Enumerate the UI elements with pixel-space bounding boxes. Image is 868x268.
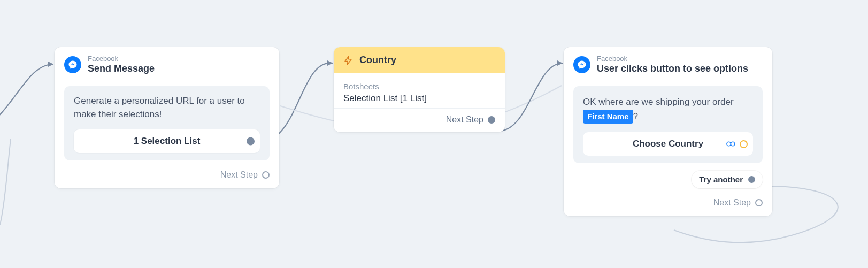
next-step-port[interactable] [262, 171, 270, 179]
svg-point-4 [731, 142, 735, 147]
messenger-icon [64, 56, 81, 73]
output-port[interactable] [748, 176, 755, 183]
next-step-port[interactable] [488, 116, 495, 124]
try-another-chip[interactable]: Try another [692, 171, 763, 188]
provider-label: Botsheets [343, 82, 495, 91]
ring-icon [740, 140, 748, 148]
svg-marker-1 [327, 60, 333, 66]
message-preview[interactable]: Generate a personalized URL for a user t… [64, 86, 270, 160]
selection-list-label: 1 Selection List [134, 136, 201, 147]
cta-pill[interactable]: Choose Country [583, 132, 753, 156]
next-step-label: Next Step [220, 170, 258, 180]
output-port[interactable] [247, 137, 255, 146]
next-step-label: Next Step [446, 115, 483, 125]
node-country[interactable]: Country Botsheets Selection List [1 List… [334, 47, 505, 132]
prompt-text: OK where are we shipping your order [583, 97, 734, 107]
cta-label: Choose Country [633, 139, 703, 149]
next-step-row: Next Step [334, 108, 505, 132]
next-step-row: Next Step [564, 188, 772, 216]
node-body: Botsheets Selection List [1 List] [334, 73, 505, 108]
node-eyebrow: Facebook [88, 55, 155, 63]
node-header: Facebook Send Message [55, 47, 279, 80]
next-step-row: Next Step [55, 160, 279, 188]
link-icon [726, 140, 736, 148]
node-user-clicks[interactable]: Facebook User clicks button to see optio… [564, 47, 772, 216]
messenger-icon [573, 56, 590, 73]
message-text: Generate a personalized URL for a user t… [74, 95, 260, 121]
selection-list-pill[interactable]: 1 Selection List [74, 129, 260, 153]
message-text: OK where are we shipping your order Firs… [583, 95, 753, 124]
node-header: Country [334, 47, 505, 73]
try-another-label: Try another [699, 175, 743, 184]
node-title: Send Message [88, 63, 155, 74]
svg-marker-2 [557, 60, 563, 66]
svg-point-3 [727, 142, 731, 147]
action-summary: Selection List [1 List] [343, 93, 495, 104]
flow-canvas[interactable]: Facebook Send Message Generate a persona… [0, 0, 868, 268]
variable-chip[interactable]: First Name [583, 110, 633, 124]
prompt-suffix: ? [633, 111, 638, 121]
node-send-message[interactable]: Facebook Send Message Generate a persona… [55, 47, 279, 188]
node-title: Country [359, 55, 396, 66]
node-eyebrow: Facebook [597, 55, 748, 63]
next-step-label: Next Step [713, 198, 751, 208]
node-header: Facebook User clicks button to see optio… [564, 47, 772, 80]
message-preview[interactable]: OK where are we shipping your order Firs… [573, 86, 763, 163]
node-title: User clicks button to see options [597, 63, 748, 74]
next-step-port[interactable] [755, 199, 763, 206]
lightning-icon [343, 56, 353, 65]
svg-marker-0 [48, 62, 53, 67]
